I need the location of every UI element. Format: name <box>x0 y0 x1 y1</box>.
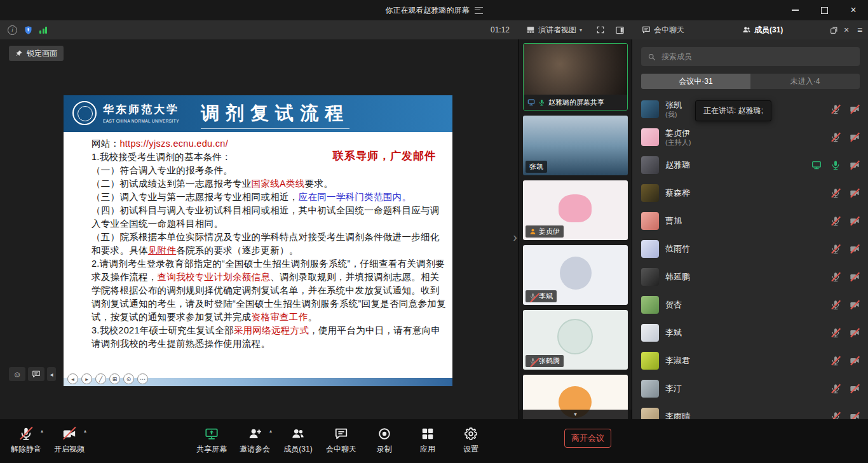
video-tile[interactable]: 李斌 <box>523 245 628 305</box>
tab-not-joined[interactable]: 未进入·4 <box>750 74 860 89</box>
camera-off-icon[interactable] <box>850 244 860 254</box>
chat-panel-header[interactable]: 会中聊天 <box>642 20 684 39</box>
search-input[interactable] <box>660 51 853 62</box>
member-row[interactable]: 曹旭 <box>632 207 868 235</box>
view-mode-selector[interactable]: 演讲者视图 ▾ <box>526 20 582 39</box>
panel-menu-button[interactable]: ≡ <box>857 20 862 39</box>
expand-panel-chevron[interactable]: › <box>513 230 517 245</box>
camera-off-icon[interactable] <box>850 272 860 282</box>
slide-prev-button[interactable]: ◂ <box>67 373 78 384</box>
camera-off-icon[interactable] <box>850 188 860 198</box>
slide-more-button[interactable]: ⋯ <box>137 373 148 384</box>
popout-panel-button[interactable] <box>830 20 838 39</box>
unmute-button[interactable]: 解除静音 ▴ <box>6 426 46 455</box>
camera-off-icon[interactable] <box>850 412 860 419</box>
camera-off-icon[interactable] <box>850 160 860 170</box>
mic-muted-icon[interactable] <box>831 272 841 282</box>
invite-button[interactable]: 邀请参会 ▴ <box>235 426 275 455</box>
video-tile[interactable]: 姜贞伊 <box>523 180 628 240</box>
camera-off-icon[interactable] <box>850 328 860 338</box>
member-row[interactable]: 李淑君 <box>632 347 868 375</box>
members-panel-header[interactable]: 成员(31) <box>742 20 783 39</box>
stage-overlay-controls: ☺ ◂ <box>9 367 56 381</box>
member-name: 李斌 <box>665 328 682 338</box>
video-options-caret[interactable]: ▴ <box>84 428 86 434</box>
leave-meeting-button[interactable]: 离开会议 <box>564 429 611 448</box>
scroll-videos-down-chevron[interactable]: ▾ <box>519 410 632 419</box>
mic-muted-icon[interactable] <box>831 188 841 198</box>
camera-off-icon[interactable] <box>850 384 860 394</box>
mic-muted-icon[interactable] <box>831 132 841 142</box>
member-row[interactable]: 姜贞伊(主持人) <box>632 123 868 151</box>
people-icon <box>742 25 751 34</box>
slide-controls: ◂ ▸ ╱ ⊞ ⊙ ⋯ <box>67 373 148 384</box>
member-row[interactable]: 李斌 <box>632 319 868 347</box>
avatar <box>641 324 659 342</box>
mic-muted-icon[interactable] <box>831 104 841 114</box>
camera-off-icon[interactable] <box>850 132 860 142</box>
record-button[interactable]: 录制 <box>365 426 404 455</box>
camera-off-icon[interactable] <box>850 216 860 226</box>
settings-button[interactable]: 设置 <box>451 426 491 455</box>
tab-in-meeting[interactable]: 会议中·31 <box>641 74 750 89</box>
invite-options-caret[interactable]: ▴ <box>269 428 272 434</box>
member-search-box[interactable] <box>641 47 860 66</box>
camera-off-icon[interactable] <box>850 104 860 114</box>
video-tile-label: 张凯 <box>529 162 543 171</box>
member-row[interactable]: 蔡森桦 <box>632 179 868 207</box>
statusbar: i 01:12 演讲者视图 ▾ 会中聊天 成员(31) × ≡ <box>0 20 868 39</box>
network-signal-icon[interactable] <box>39 20 47 39</box>
text-segment: 查询我校专业计划余额信息 <box>158 272 271 282</box>
record-icon <box>377 426 391 441</box>
mic-options-caret[interactable]: ▴ <box>41 428 43 434</box>
member-tabs: 会议中·31 未进入·4 <box>641 74 860 89</box>
member-row[interactable]: 韩延鹏 <box>632 263 868 291</box>
slide-website-link[interactable]: https://yjszs.ecnu.edu.cn/ <box>119 138 228 149</box>
chat-header-label: 会中聊天 <box>654 25 684 36</box>
video-tile[interactable]: 张鹤腾 <box>523 310 628 370</box>
member-row[interactable]: 贺杏 <box>632 291 868 319</box>
member-row[interactable]: 李汀 <box>632 375 868 403</box>
university-name-en: EAST CHINA NORMAL UNIVERSITY <box>103 119 179 123</box>
camera-off-icon[interactable] <box>850 300 860 310</box>
mic-muted-icon[interactable] <box>831 216 841 226</box>
collapse-overlay-button[interactable]: ◂ <box>47 367 56 381</box>
meeting-info-icon[interactable]: i <box>8 20 17 39</box>
mic-muted-icon[interactable] <box>831 300 841 310</box>
mic-muted-icon[interactable] <box>831 356 841 366</box>
members-button[interactable]: 成员(31) <box>278 426 318 455</box>
slide-zoom-button[interactable]: ⊙ <box>123 373 134 384</box>
minimize-button[interactable] <box>780 0 810 20</box>
mic-on-icon[interactable] <box>831 160 841 170</box>
member-row[interactable]: 赵雅璐 <box>632 151 868 179</box>
member-row[interactable]: 范雨竹 <box>632 235 868 263</box>
avatar <box>641 212 659 230</box>
screen-sharing-icon[interactable] <box>811 160 822 170</box>
member-row[interactable]: 李雨晴 <box>632 403 868 419</box>
maximize-button[interactable] <box>810 0 839 20</box>
start-video-button[interactable]: 开启视频 ▴ <box>50 426 89 455</box>
quick-chat-button[interactable] <box>28 367 44 381</box>
video-tile-screen-share[interactable]: 赵雅璐的屏幕共享 <box>523 43 628 111</box>
mic-muted-icon[interactable] <box>831 412 841 419</box>
annotation-icon[interactable] <box>475 7 483 14</box>
fullscreen-button[interactable] <box>596 20 605 39</box>
share-screen-button[interactable]: 共享屏幕 <box>192 426 231 455</box>
mic-muted-icon[interactable] <box>831 384 841 394</box>
close-panel-button[interactable]: × <box>844 20 849 39</box>
chat-button[interactable]: 会中聊天 <box>322 426 361 455</box>
mic-muted-icon[interactable] <box>831 244 841 254</box>
slide-pen-button[interactable]: ╱ <box>95 373 106 384</box>
video-tile[interactable]: 张凯 <box>523 116 628 175</box>
security-shield-icon[interactable] <box>24 20 33 39</box>
apps-button[interactable]: 应用 <box>408 426 447 455</box>
close-button[interactable]: × <box>839 0 868 20</box>
mic-muted-icon[interactable] <box>831 328 841 338</box>
member-name: 贺杏 <box>665 300 682 310</box>
reaction-emoji-button[interactable]: ☺ <box>9 367 25 381</box>
layout-panel-button[interactable] <box>615 20 625 39</box>
slide-grid-button[interactable]: ⊞ <box>109 373 120 384</box>
camera-off-icon[interactable] <box>850 356 860 366</box>
pin-view-button[interactable]: 锁定画面 <box>9 46 64 61</box>
slide-next-button[interactable]: ▸ <box>81 373 92 384</box>
